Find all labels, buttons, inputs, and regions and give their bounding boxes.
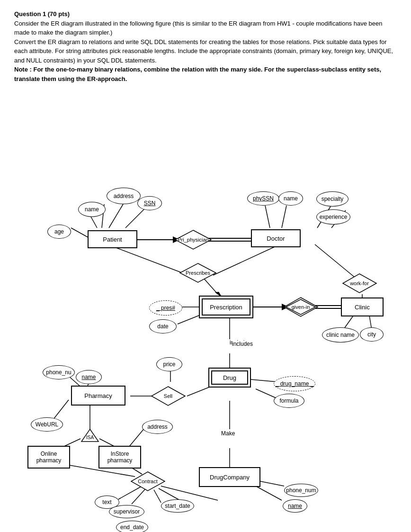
entity-doctor: Doctor xyxy=(251,229,301,247)
entity-patient: Patient xyxy=(88,230,137,248)
svg-line-45 xyxy=(154,490,161,503)
entity-pharmacy: Pharmacy xyxy=(71,386,125,406)
question-text: Question 1 (70 pts) Consider the ER diag… xyxy=(14,9,397,83)
attr-prescription-date: date xyxy=(149,319,177,334)
question-note: Note : For the one-to-many binary relati… xyxy=(14,66,381,82)
svg-line-47 xyxy=(161,486,218,500)
relationship-contract: Contract xyxy=(130,471,166,492)
attr-patient-address: address xyxy=(107,188,141,204)
entity-drugcompany: DrugCompany xyxy=(199,467,260,487)
relationship-pri-physician: Pri_physician xyxy=(174,229,212,250)
attr-drug-name: _ drug_name _ xyxy=(274,376,315,391)
entity-online-pharmacy: Online pharmacy xyxy=(27,446,70,469)
svg-text:Prescribes: Prescribes xyxy=(186,270,210,276)
entity-clinic: Clinic xyxy=(341,298,384,316)
svg-text:work-for: work-for xyxy=(349,280,369,286)
attr-doctor-name: name xyxy=(278,191,303,206)
attr-clinic-name: clinic name xyxy=(322,327,359,343)
attr-patient-name: name xyxy=(78,202,106,217)
relationship-prescribes: Prescribes xyxy=(179,262,217,283)
relationship-given-in: given-in xyxy=(283,297,319,317)
attr-drugcompany-name: name xyxy=(283,499,307,513)
attr-pharmacy-name: name xyxy=(76,370,102,384)
entity-drug: Drug xyxy=(208,368,251,388)
relationship-sell: Sell xyxy=(151,386,186,406)
attr-instore-address: address xyxy=(142,420,173,434)
svg-text:Contract: Contract xyxy=(138,478,158,484)
attr-drugcompany-phone: phone_num xyxy=(284,484,318,497)
svg-line-4 xyxy=(125,209,144,228)
make-label: Make xyxy=(221,430,235,437)
svg-line-18 xyxy=(178,316,199,324)
svg-text:ISA: ISA xyxy=(86,435,94,440)
svg-text:given-in: given-in xyxy=(292,304,310,310)
svg-line-5 xyxy=(265,206,270,228)
includes-label: includes xyxy=(232,341,253,347)
attr-contract-end-date: end_date xyxy=(116,521,148,532)
svg-line-15 xyxy=(114,247,182,273)
svg-line-40 xyxy=(128,428,144,448)
svg-line-32 xyxy=(187,387,211,396)
svg-text:Sell: Sell xyxy=(164,393,172,399)
entity-prescription: Prescription xyxy=(199,296,253,318)
attr-contract-start-date: start_date xyxy=(161,499,194,513)
svg-text:Pri_physician: Pri_physician xyxy=(178,237,208,243)
attr-patient-ssn: SSN xyxy=(137,196,162,210)
svg-line-29 xyxy=(251,379,277,382)
attr-clinic-city: city xyxy=(360,327,384,342)
entity-instore-pharmacy: InStore pharmacy xyxy=(98,446,141,469)
relationship-isa: ISA xyxy=(80,428,99,442)
question-title: Question 1 (70 pts) xyxy=(14,9,397,19)
attr-doctor-specialty: specialty xyxy=(316,191,348,207)
svg-line-30 xyxy=(256,389,277,398)
attr-pharmacy-weburl: WebURL xyxy=(31,417,63,432)
relationship-work-for: work-for xyxy=(342,273,377,294)
attr-pharmacy-phone: phone_nu xyxy=(43,365,75,379)
attr-patient-age: age xyxy=(47,225,71,239)
er-diagram: Patient Doctor Prescription Clinic Pharm… xyxy=(14,88,402,500)
attr-prescription-pres: _ pres# xyxy=(149,300,182,316)
svg-line-16 xyxy=(213,247,275,275)
svg-line-51 xyxy=(256,486,282,500)
attr-doctor-physsn: phySSN xyxy=(247,191,279,206)
attr-doctor-experience: experience xyxy=(316,209,350,225)
diagram-svg xyxy=(14,88,402,500)
svg-line-36 xyxy=(53,400,69,420)
svg-line-6 xyxy=(282,206,286,228)
attr-contract-supervisor: supervisor xyxy=(109,505,144,518)
svg-line-3 xyxy=(90,215,97,228)
page: Question 1 (70 pts) Consider the ER diag… xyxy=(0,0,411,510)
svg-line-0 xyxy=(109,204,123,228)
question-body: Consider the ER diagram illustrated in t… xyxy=(14,19,397,84)
attr-drug-formula: formula xyxy=(274,394,304,408)
attr-sell-price: price xyxy=(156,357,182,371)
